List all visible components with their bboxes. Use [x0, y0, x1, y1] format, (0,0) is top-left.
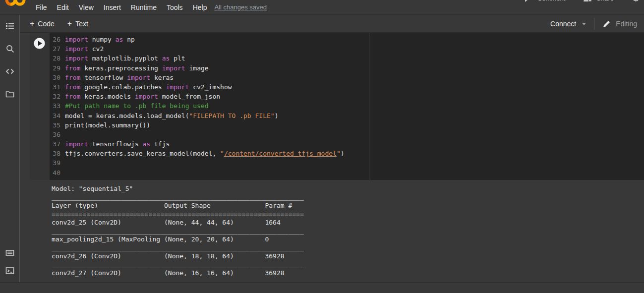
- code-token: tensorflowjs: [88, 140, 143, 148]
- file-path-link[interactable]: /content/converted_tfjs_model: [224, 150, 337, 157]
- code-line-32[interactable]: 32from keras.models import model_from_js…: [50, 92, 644, 101]
- code-line-29[interactable]: 29from keras.preprocessing import image: [50, 63, 644, 73]
- code-line-35[interactable]: 35print(model.summary()): [50, 120, 644, 130]
- code-icon[interactable]: [5, 67, 14, 76]
- line-number: 33: [50, 101, 60, 111]
- bottom-strip: [0, 282, 644, 293]
- code-token: as: [143, 140, 151, 148]
- cell-output-model-summary: Model: "sequential_5" __________________…: [52, 184, 304, 277]
- cell-gutter: [30, 33, 50, 180]
- code-line-39[interactable]: 39: [50, 158, 644, 168]
- code-token: from: [65, 74, 80, 81]
- code-token: model = keras.models.load_model(: [65, 112, 189, 119]
- add-code-label: Code: [38, 20, 54, 28]
- line-number: 31: [50, 82, 60, 92]
- line-number: 34: [50, 111, 60, 120]
- editing-label: Editing: [616, 20, 637, 28]
- menu-view[interactable]: View: [74, 3, 99, 11]
- line-number: 39: [50, 158, 60, 168]
- colab-logo[interactable]: [4, 0, 28, 10]
- save-status[interactable]: All changes saved: [214, 3, 267, 11]
- code-token: google.colab.patches: [80, 83, 166, 91]
- line-number: 30: [50, 73, 60, 82]
- plus-icon: +: [30, 20, 34, 28]
- code-token: import: [65, 45, 88, 53]
- code-token: tfjs.converters.save_keras_model(model,: [65, 150, 220, 157]
- code-line-33[interactable]: 33#Put path name to .pb file being used: [50, 101, 644, 111]
- line-number: 28: [50, 54, 60, 63]
- comment-label: Comment: [537, 0, 565, 2]
- code-token: from: [65, 93, 80, 100]
- line-number: 35: [50, 120, 60, 130]
- chevron-down-icon: [582, 23, 586, 25]
- table-of-contents-icon[interactable]: [5, 21, 14, 30]
- line-number: 40: [50, 168, 60, 177]
- code-token: import: [65, 36, 88, 43]
- code-line-27[interactable]: 27import cv2: [50, 44, 644, 54]
- code-line-40[interactable]: 40: [50, 168, 644, 177]
- code-token: ": [337, 150, 341, 157]
- code-token: ): [275, 112, 279, 119]
- share-label: Share: [596, 0, 614, 2]
- connect-label: Connect: [550, 20, 576, 28]
- comment-button[interactable]: Comment: [524, 0, 565, 3]
- add-text-button[interactable]: + Text: [67, 20, 88, 28]
- menu-file[interactable]: File: [31, 3, 52, 11]
- settings-gear-icon[interactable]: ⚙: [632, 0, 640, 3]
- code-line-30[interactable]: 30from tensorflow import keras: [50, 73, 644, 82]
- folder-icon[interactable]: [5, 90, 14, 99]
- code-line-37[interactable]: 37import tensorflowjs as tfjs: [50, 139, 644, 149]
- share-button[interactable]: Share: [583, 0, 614, 3]
- code-token: keras.models: [80, 93, 135, 100]
- add-text-label: Text: [75, 20, 88, 28]
- toolbar-divider: [594, 18, 594, 30]
- code-token: import: [162, 64, 185, 72]
- menu-insert[interactable]: Insert: [99, 3, 126, 11]
- top-actions: Comment Share ⚙: [524, 0, 640, 3]
- code-token: ): [341, 150, 345, 157]
- code-token: import: [65, 55, 88, 62]
- notebook-area: 26import numpy as np27import cv228import…: [20, 33, 644, 293]
- code-token: cv2_imshow: [189, 83, 232, 91]
- comment-icon: [524, 0, 533, 3]
- code-line-34[interactable]: 34model = keras.models.load_model("FILEP…: [50, 111, 644, 120]
- code-token: plt: [170, 55, 185, 62]
- menu-edit[interactable]: Edit: [52, 3, 74, 11]
- line-number: 27: [50, 44, 60, 54]
- code-token: import: [65, 140, 88, 148]
- run-cell-button[interactable]: [34, 38, 45, 51]
- connect-button[interactable]: Connect: [550, 20, 586, 28]
- code-editor[interactable]: 26import numpy as np27import cv228import…: [50, 33, 644, 180]
- menubar: FileEditViewInsertRuntimeToolsHelpAll ch…: [0, 0, 644, 15]
- line-number: 37: [50, 139, 60, 149]
- menu-runtime[interactable]: Runtime: [126, 3, 162, 11]
- editing-mode-button[interactable]: Editing: [602, 19, 637, 28]
- terminal-icon[interactable]: [5, 266, 14, 275]
- search-icon[interactable]: [5, 44, 14, 53]
- code-line-26[interactable]: 26import numpy as np: [50, 35, 644, 44]
- column-ruler: [369, 33, 369, 180]
- code-token: print(model.summary()): [65, 121, 150, 129]
- code-line-36[interactable]: 36: [50, 130, 644, 139]
- code-token: cv2: [88, 45, 104, 53]
- code-token: import: [166, 83, 189, 91]
- menu-help[interactable]: Help: [188, 3, 212, 11]
- code-line-28[interactable]: 28import matplotlib.pyplot as plt: [50, 54, 644, 63]
- plus-icon: +: [67, 20, 72, 28]
- code-token: numpy: [88, 36, 116, 43]
- menu-tools[interactable]: Tools: [162, 3, 188, 11]
- line-number: 26: [50, 35, 60, 44]
- add-code-button[interactable]: + Code: [30, 20, 55, 28]
- code-token: as: [162, 55, 170, 62]
- command-palette-icon[interactable]: [5, 248, 14, 257]
- code-token: "FILEPATH TO .pb FILE": [189, 112, 274, 119]
- code-token: import: [127, 74, 150, 81]
- code-line-38[interactable]: 38tfjs.converters.save_keras_model(model…: [50, 149, 644, 158]
- line-number: 32: [50, 92, 60, 101]
- code-token: ": [220, 150, 224, 157]
- code-token: import: [135, 93, 158, 100]
- code-line-31[interactable]: 31from google.colab.patches import cv2_i…: [50, 82, 644, 92]
- line-number: 29: [50, 63, 60, 73]
- share-icon: [583, 0, 592, 3]
- code-token: keras.preprocessing: [80, 64, 162, 72]
